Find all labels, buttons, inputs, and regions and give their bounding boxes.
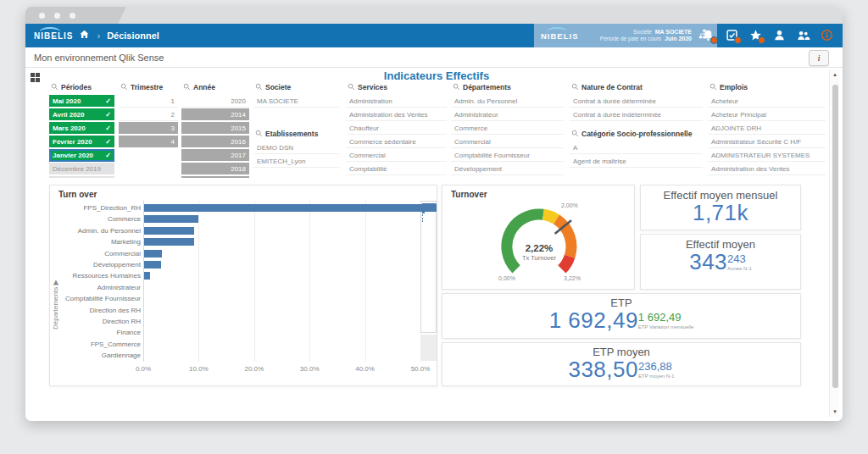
bar-label: Comptabilité Fournisseur	[50, 293, 141, 304]
filter-item[interactable]: Comptabilité	[346, 163, 447, 175]
filter-item[interactable]: Chauffeur	[346, 122, 447, 135]
filter-item[interactable]: EMITECH_Lyon	[253, 155, 339, 168]
home-icon[interactable]	[79, 28, 90, 43]
gridline	[365, 201, 366, 362]
bar-Marketing[interactable]	[144, 238, 194, 246]
filter-header-emplois[interactable]: Emplois	[708, 80, 826, 93]
filter-item[interactable]: Administration des Ventes	[346, 108, 447, 121]
notification-badge	[710, 36, 718, 44]
bar-Développement[interactable]	[144, 261, 161, 269]
bar-Ressources Humaines[interactable]	[144, 272, 150, 280]
filter-item[interactable]: 2014	[181, 108, 249, 121]
user-icon[interactable]	[773, 29, 787, 42]
filter-item[interactable]: Acheteur	[708, 95, 826, 108]
filter-header-services[interactable]: Services	[346, 80, 447, 93]
filter-item[interactable]: MA SOCIETE	[253, 95, 339, 108]
filter-item[interactable]: ADMINISTRATEUR SYSTEMES	[708, 149, 826, 162]
filter-header-etablissements[interactable]: Etablissements	[253, 127, 339, 140]
chart-minimap[interactable]	[420, 201, 437, 333]
filter-item[interactable]: Commerce	[451, 122, 564, 135]
filter-item[interactable]: Admin. du Personnel	[451, 95, 564, 108]
scroll-up-icon[interactable]: ▴	[830, 71, 840, 78]
filter-item[interactable]: Commercial	[451, 136, 564, 148]
filter-item[interactable]	[708, 176, 826, 178]
filter-item[interactable]: Commerce sédentaire	[346, 136, 447, 148]
filter-item[interactable]: Décembre 2019	[49, 163, 114, 175]
check-icon: ✓	[105, 136, 111, 148]
chart-scroll-track[interactable]	[420, 335, 437, 361]
filter-item[interactable]: Administration des Ventes	[708, 163, 826, 175]
users-icon[interactable]	[797, 29, 810, 42]
filter-item[interactable]: Contrat à durée indéterminée	[570, 108, 703, 121]
filter-header-trimestre[interactable]: Trimestre	[119, 80, 178, 93]
filter-item[interactable]: Administrateur	[451, 108, 564, 121]
filter-item[interactable]: Comptabilité Fournisseur	[346, 176, 447, 178]
filter-item[interactable]: 2020	[181, 95, 249, 108]
breadcrumb-current[interactable]: Décisionnel	[107, 30, 159, 41]
filter-item[interactable]: 2019	[181, 176, 249, 178]
filter-header-periodes[interactable]: Périodes	[49, 80, 114, 93]
gauge-value: 2,22%	[526, 243, 554, 253]
star-icon[interactable]	[749, 29, 763, 42]
gauge-min-label: 0,00%	[498, 275, 515, 281]
bell-icon[interactable]	[702, 29, 715, 42]
filter-header-departements[interactable]: Départements	[451, 80, 564, 93]
filter-item[interactable]: Comptabilité Fournisseur	[451, 149, 564, 162]
bar-label: Admin. du Personnel	[50, 225, 141, 236]
grid-icon[interactable]	[31, 73, 40, 82]
bar-FPS_Direction_RH[interactable]	[144, 204, 437, 212]
filter-item[interactable]: 2015	[181, 122, 249, 135]
filter-item[interactable]: 1	[119, 95, 178, 108]
window-dot[interactable]	[39, 13, 45, 19]
filter-item[interactable]: Direction des RH	[451, 176, 564, 178]
filter-item[interactable]: A	[570, 141, 703, 154]
filter-item[interactable]: Avril 2020✓	[49, 108, 114, 121]
filter-item[interactable]: Administrateur Sécurité C H/F	[708, 136, 826, 148]
filter-item[interactable]: Contrat à durée déterminée	[570, 95, 703, 108]
filter-item[interactable]: Acheteur Principal	[708, 108, 826, 121]
filter-item[interactable]: 2	[119, 108, 178, 121]
filter-item[interactable]: Administration	[346, 95, 447, 108]
turnover-chart-card: Turn over Départements ▶ 0.0%10.0%20.0%3…	[49, 185, 437, 386]
scrollbar-thumb[interactable]	[832, 85, 838, 388]
filter-header-nature[interactable]: Nature de Contrat	[570, 80, 703, 93]
filter-header-annee[interactable]: Année	[181, 80, 249, 93]
bar-Commercial[interactable]	[144, 250, 162, 257]
bar-label: Gardiennage	[50, 350, 141, 361]
info-icon[interactable]	[821, 29, 834, 42]
filter-item[interactable]: Agent de maîtrise	[570, 155, 703, 168]
filter-header-csp[interactable]: Catégorie Socio-professionnelle	[570, 127, 703, 140]
filter-item[interactable]: 4	[119, 136, 178, 148]
info-button[interactable]: i	[809, 50, 829, 66]
filter-item[interactable]: Janvier 2020✓	[49, 149, 114, 162]
filter-item[interactable]: Commercial	[346, 149, 447, 162]
filter-item[interactable]: Février 2020✓	[49, 136, 114, 148]
kpi-secondary: 236,88ETP moyen N-1	[638, 359, 675, 379]
notification-badge	[758, 36, 765, 44]
filter-item[interactable]: Novembre 2019	[49, 176, 114, 178]
window-dot[interactable]	[70, 13, 75, 19]
gauge-max-label: 3,22%	[564, 275, 581, 281]
search-icon	[255, 83, 263, 91]
tasks-icon[interactable]	[726, 29, 739, 42]
check-icon: ✓	[105, 122, 111, 135]
search-icon	[571, 130, 579, 137]
filter-item[interactable]: 2016	[181, 136, 249, 148]
kpi-effectif-moyen-mensuel: Effectif moyen mensuel 1,71k	[640, 185, 801, 230]
filter-item[interactable]: 2018	[181, 163, 249, 175]
filter-item[interactable]: 3	[119, 122, 178, 135]
scroll-down-icon[interactable]: ▾	[830, 408, 840, 415]
filter-item[interactable]: Mai 2020✓	[49, 95, 114, 108]
check-icon: ✓	[105, 108, 111, 121]
vertical-scrollbar[interactable]: ▴ ▾	[829, 69, 839, 417]
window-dot[interactable]	[54, 13, 60, 19]
bar-Commerce[interactable]	[144, 215, 198, 223]
filter-item[interactable]: Mars 2020✓	[49, 122, 114, 135]
filter-item[interactable]: ADJOINTE DRH	[708, 122, 826, 135]
filter-item[interactable]: DEMO DSN	[253, 141, 339, 154]
filter-item[interactable]: 2017	[181, 149, 249, 162]
filter-item[interactable]: Développement	[451, 163, 564, 175]
filter-panel-nature: Nature de ContratContrat à durée détermi…	[570, 80, 703, 125]
filter-header-societe[interactable]: Societe	[253, 80, 339, 93]
bar-Admin. du Personnel[interactable]	[144, 227, 194, 235]
